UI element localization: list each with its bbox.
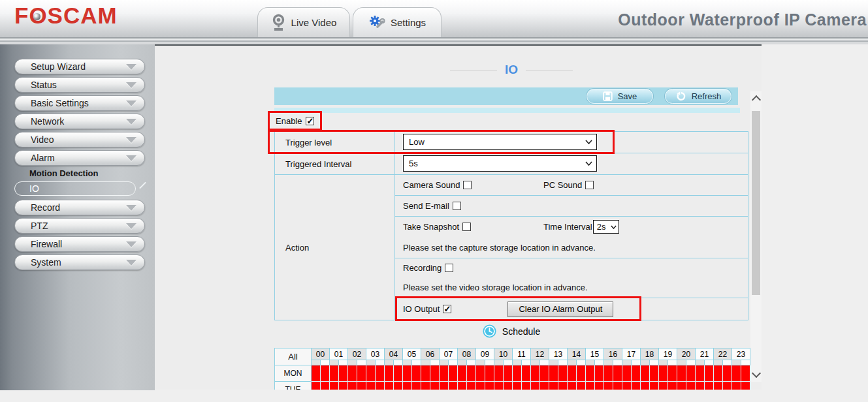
schedule-cell[interactable]	[430, 365, 440, 382]
scroll-up-icon[interactable]	[752, 95, 761, 104]
schedule-half-hour-cell[interactable]	[577, 360, 586, 365]
schedule-cell[interactable]	[449, 365, 458, 382]
schedule-half-hour-cell[interactable]	[714, 360, 723, 365]
schedule-cell[interactable]	[604, 382, 613, 390]
schedule-cell[interactable]	[723, 365, 732, 382]
schedule-half-hour-cell[interactable]	[732, 360, 741, 365]
schedule-half-hour-cell[interactable]	[467, 360, 476, 365]
camera-sound-checkbox[interactable]	[463, 181, 472, 189]
schedule-cell[interactable]	[659, 382, 668, 390]
schedule-half-hour-cell[interactable]	[449, 360, 458, 365]
schedule-cell[interactable]	[732, 382, 741, 390]
schedule-half-hour-cell[interactable]	[622, 360, 632, 365]
schedule-cell[interactable]	[357, 365, 366, 382]
tab-settings[interactable]: Settings	[353, 7, 442, 37]
schedule-half-hour-cell[interactable]	[549, 360, 558, 365]
schedule-cell[interactable]	[321, 365, 330, 382]
schedule-cell[interactable]	[376, 382, 385, 390]
schedule-cell[interactable]	[394, 365, 403, 382]
schedule-hour-header[interactable]: 19	[659, 348, 677, 360]
schedule-cell[interactable]	[476, 365, 485, 382]
schedule-cell[interactable]	[741, 365, 750, 382]
schedule-cell[interactable]	[494, 382, 504, 390]
schedule-cell[interactable]	[522, 382, 531, 390]
schedule-half-hour-cell[interactable]	[504, 360, 513, 365]
schedule-half-hour-cell[interactable]	[366, 360, 376, 365]
io-output-checkbox[interactable]: ✓	[443, 305, 451, 313]
schedule-cell[interactable]	[577, 365, 586, 382]
schedule-cell[interactable]	[632, 365, 641, 382]
schedule-cell[interactable]	[696, 365, 705, 382]
pc-sound-checkbox[interactable]	[585, 181, 594, 189]
schedule-half-hour-cell[interactable]	[412, 360, 421, 365]
schedule-cell[interactable]	[504, 365, 513, 382]
schedule-hour-header[interactable]: 13	[549, 348, 568, 360]
schedule-cell[interactable]	[339, 382, 348, 390]
sidebar-item-ptz[interactable]: PTZ	[14, 218, 145, 234]
schedule-half-hour-cell[interactable]	[531, 360, 540, 365]
schedule-cell[interactable]	[403, 382, 412, 390]
schedule-half-hour-cell[interactable]	[403, 360, 412, 365]
schedule-cell[interactable]	[366, 382, 376, 390]
schedule-cell[interactable]	[641, 382, 650, 390]
trigger-level-select[interactable]: Low	[403, 134, 597, 150]
schedule-cell[interactable]	[430, 382, 440, 390]
schedule-hour-header[interactable]: 06	[421, 348, 440, 360]
schedule-cell[interactable]	[723, 382, 732, 390]
schedule-cell[interactable]	[705, 365, 714, 382]
schedule-half-hour-cell[interactable]	[650, 360, 659, 365]
schedule-cell[interactable]	[357, 382, 366, 390]
schedule-cell[interactable]	[540, 382, 549, 390]
schedule-cell[interactable]	[312, 382, 321, 390]
schedule-half-hour-cell[interactable]	[385, 360, 394, 365]
save-button[interactable]: Save	[587, 89, 653, 104]
schedule-cell[interactable]	[568, 365, 577, 382]
schedule-half-hour-cell[interactable]	[376, 360, 385, 365]
schedule-hour-header[interactable]: 02	[348, 348, 366, 360]
schedule-cell[interactable]	[321, 382, 330, 390]
schedule-half-hour-cell[interactable]	[677, 360, 686, 365]
schedule-day-label[interactable]: TUE	[275, 382, 312, 390]
schedule-half-hour-cell[interactable]	[312, 360, 321, 365]
enable-checkbox[interactable]: ✓	[306, 117, 314, 125]
schedule-hour-header[interactable]: 22	[714, 348, 732, 360]
schedule-hour-header[interactable]: 08	[458, 348, 476, 360]
schedule-cell[interactable]	[686, 382, 696, 390]
schedule-cell[interactable]	[476, 382, 485, 390]
time-interval-select[interactable]: 2s	[593, 220, 619, 234]
schedule-half-hour-cell[interactable]	[568, 360, 577, 365]
schedule-cell[interactable]	[558, 382, 568, 390]
schedule-cell[interactable]	[622, 382, 632, 390]
schedule-cell[interactable]	[339, 365, 348, 382]
schedule-half-hour-cell[interactable]	[476, 360, 485, 365]
sidebar-item-status[interactable]: Status	[14, 77, 145, 93]
schedule-half-hour-cell[interactable]	[632, 360, 641, 365]
schedule-half-hour-cell[interactable]	[440, 360, 449, 365]
schedule-cell[interactable]	[558, 365, 568, 382]
schedule-cell[interactable]	[586, 382, 595, 390]
schedule-half-hour-cell[interactable]	[558, 360, 568, 365]
schedule-cell[interactable]	[696, 382, 705, 390]
sidebar-item-network[interactable]: Network	[14, 114, 145, 129]
schedule-cell[interactable]	[613, 365, 622, 382]
schedule-hour-header[interactable]: 04	[385, 348, 403, 360]
sidebar-item-firewall[interactable]: Firewall	[14, 236, 145, 252]
schedule-hour-header[interactable]: 15	[586, 348, 604, 360]
schedule-half-hour-cell[interactable]	[430, 360, 440, 365]
schedule-hour-header[interactable]: 16	[604, 348, 622, 360]
schedule-cell[interactable]	[494, 365, 504, 382]
schedule-cell[interactable]	[504, 382, 513, 390]
schedule-cell[interactable]	[586, 365, 595, 382]
schedule-cell[interactable]	[348, 382, 357, 390]
schedule-cell[interactable]	[522, 365, 531, 382]
schedule-cell[interactable]	[467, 365, 476, 382]
schedule-half-hour-cell[interactable]	[540, 360, 549, 365]
schedule-cell[interactable]	[714, 365, 723, 382]
schedule-hour-header[interactable]: 17	[622, 348, 641, 360]
schedule-cell[interactable]	[412, 382, 421, 390]
schedule-cell[interactable]	[622, 365, 632, 382]
schedule-hour-header[interactable]: 20	[677, 348, 696, 360]
schedule-hour-header[interactable]: 11	[513, 348, 531, 360]
schedule-cell[interactable]	[613, 382, 622, 390]
triggered-interval-select[interactable]: 5s	[403, 155, 597, 172]
